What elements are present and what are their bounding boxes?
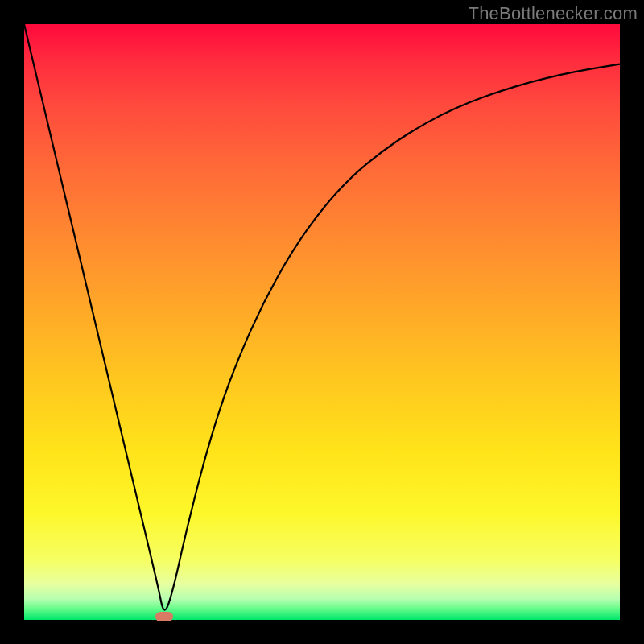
bottleneck-curve [24,24,620,620]
plot-area [24,24,620,620]
minimum-marker [155,612,173,621]
watermark-text: TheBottlenecker.com [469,3,638,24]
chart-frame: TheBottlenecker.com [0,0,644,644]
curve-path [24,24,620,610]
